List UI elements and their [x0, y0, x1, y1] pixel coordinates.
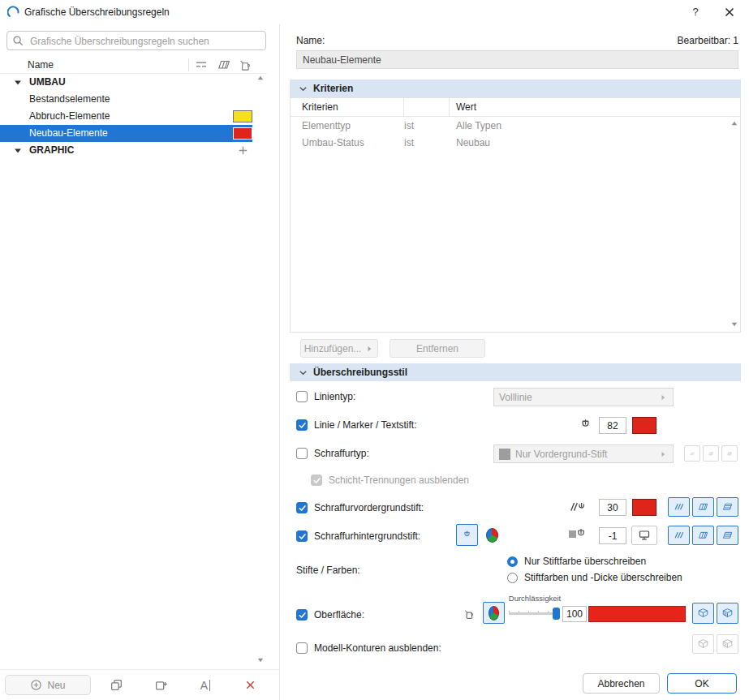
table-scroll-up-icon[interactable]: [730, 119, 738, 127]
rule-name-input[interactable]: [296, 50, 738, 69]
surface-3d-toggle[interactable]: [692, 603, 714, 624]
surface-color-preview[interactable]: [588, 606, 686, 622]
caret-down-icon[interactable]: [13, 146, 23, 156]
transparency-slider-handle[interactable]: [553, 608, 560, 620]
ok-button[interactable]: OK: [667, 673, 737, 694]
tree-group-label: UMBAU: [29, 74, 66, 91]
criterion-name: Elementtyp: [291, 120, 404, 131]
linetype-checkbox[interactable]: [296, 391, 308, 402]
hide-model-outlines-checkbox[interactable]: [296, 642, 308, 654]
surface-checkbox[interactable]: [296, 609, 308, 621]
add-criterion-button[interactable]: Hinzufügen...: [300, 339, 378, 358]
pen-color-only-label: Nur Stiftfarbe überschreiben: [524, 556, 646, 567]
column-header-name[interactable]: Name: [28, 59, 54, 71]
linetype-value: Volllinie: [499, 392, 532, 403]
criteria-table-header: Kriterien Wert: [291, 98, 740, 117]
pie-color-icon: [486, 528, 498, 543]
bg-cover-fill-toggle[interactable]: [717, 526, 738, 545]
fill-column-icon[interactable]: [217, 58, 230, 71]
cancel-button[interactable]: Abbrechen: [583, 673, 660, 694]
section-collapse-icon[interactable]: [298, 367, 308, 378]
criterion-operator: ist: [404, 137, 450, 148]
line-pen-number-input[interactable]: [599, 417, 626, 434]
chevron-right-icon: [660, 450, 668, 458]
surface-paint-button[interactable]: [458, 603, 480, 625]
remove-criterion-button[interactable]: Entfernen: [390, 339, 485, 358]
scroll-up-icon[interactable]: [256, 74, 265, 82]
rules-toolbar: Neu A: [0, 669, 279, 700]
add-rule-plus-icon[interactable]: [237, 144, 249, 157]
bg-transparent-screen-button[interactable]: [631, 526, 657, 545]
criteria-section-header[interactable]: Kriterien: [290, 79, 741, 97]
fg-drafting-fill-toggle[interactable]: [668, 497, 690, 517]
chevron-right-icon: [366, 345, 374, 353]
rename-rule-button[interactable]: A: [188, 675, 222, 695]
scroll-down-icon[interactable]: [256, 656, 265, 664]
duplicate-rule-button[interactable]: [99, 675, 133, 695]
caret-down-icon[interactable]: [13, 78, 23, 88]
remove-criterion-label: Entfernen: [416, 343, 458, 354]
tree-item-abbruch-elemente[interactable]: Abbruch-Elemente: [0, 108, 252, 125]
override-style-section-header[interactable]: Überschreibungsstil: [290, 363, 741, 381]
criteria-column-header[interactable]: Kriterien: [291, 98, 404, 116]
fill-type-dropdown[interactable]: Nur Vordergrund-Stift: [493, 444, 674, 463]
table-scroll-down-icon[interactable]: [730, 320, 738, 329]
pie-color-icon: [489, 606, 499, 621]
new-rule-button[interactable]: Neu: [5, 675, 91, 695]
fg-pen-color-button[interactable]: [632, 499, 656, 516]
skin-separators-checkbox-disabled[interactable]: [311, 475, 322, 486]
pen-color-weight-radio[interactable]: [507, 573, 518, 583]
fg-pen-number-input[interactable]: [599, 499, 626, 516]
fill-preview-swatch: [499, 449, 510, 460]
criterion-value: Alle Typen: [450, 120, 740, 131]
bg-pen-mode-button[interactable]: [456, 524, 478, 546]
bg-material-color-button[interactable]: [481, 524, 503, 546]
delete-rule-button[interactable]: [233, 675, 267, 695]
close-button[interactable]: [713, 0, 746, 24]
tree-item-neubau-elemente-selected[interactable]: Neubau-Elemente: [0, 125, 252, 142]
criteria-row[interactable]: Umbau-Status ist Neubau: [291, 134, 740, 151]
tree-item-bestandselemente[interactable]: Bestandselemente: [0, 91, 252, 108]
linetype-column-icon[interactable]: [195, 58, 208, 71]
tree-group-graphic[interactable]: GRAPHIC: [0, 142, 252, 159]
fill-background-pen-label: Schraffurhintergrundstift:: [314, 530, 420, 542]
fg-cover-fill-toggle[interactable]: [717, 497, 738, 517]
fill-foreground-pen-checkbox[interactable]: [296, 502, 308, 513]
tree-item-label: Neubau-Elemente: [29, 125, 108, 142]
criteria-section-title: Kriterien: [313, 83, 353, 94]
fg-cut-fill-toggle[interactable]: [692, 497, 714, 517]
transparency-slider-track[interactable]: [509, 612, 559, 615]
fill-type-checkbox[interactable]: [296, 448, 308, 459]
operator-column-header[interactable]: [404, 98, 450, 116]
drafting-fill-toggle-disabled[interactable]: [684, 445, 700, 462]
section-collapse-icon[interactable]: [298, 84, 308, 94]
line-marker-pen-checkbox[interactable]: [296, 419, 308, 431]
bg-drafting-fill-toggle[interactable]: [668, 526, 690, 545]
outline-3d-toggle-disabled[interactable]: [692, 634, 714, 654]
value-column-header[interactable]: Wert: [450, 101, 740, 113]
cut-fill-toggle-disabled[interactable]: [703, 445, 719, 462]
pen-color-only-radio[interactable]: [507, 556, 518, 567]
linetype-dropdown[interactable]: Volllinie: [493, 388, 674, 406]
fill-background-pen-checkbox[interactable]: [296, 530, 308, 542]
tree-group-label: GRAPHIC: [29, 142, 74, 159]
help-button[interactable]: ?: [679, 0, 712, 24]
surface-column-icon[interactable]: [239, 58, 252, 71]
linetype-label: Linientyp:: [314, 391, 355, 402]
search-input[interactable]: [28, 33, 264, 49]
bg-cut-fill-toggle[interactable]: [692, 526, 714, 545]
surface-material-color-button[interactable]: [483, 602, 505, 624]
import-rule-button[interactable]: [144, 675, 178, 695]
tree-header: Name: [0, 57, 267, 74]
cover-fill-toggle-disabled[interactable]: [721, 445, 738, 462]
criteria-row[interactable]: Elementtyp ist Alle Typen: [291, 117, 740, 134]
transparency-value-input[interactable]: [562, 606, 587, 622]
surface-section-toggle[interactable]: [717, 603, 738, 624]
tree-scrollbar[interactable]: [255, 74, 266, 664]
fill-foreground-pen-label: Schraffurvordergrundstift:: [314, 502, 424, 513]
tree-group-umbau[interactable]: UMBAU: [0, 74, 252, 91]
line-pen-color-button[interactable]: [632, 417, 656, 434]
outline-section-toggle-disabled[interactable]: [717, 634, 738, 654]
plus-circle-icon: [30, 679, 42, 691]
bg-pen-number-input[interactable]: [599, 527, 626, 544]
